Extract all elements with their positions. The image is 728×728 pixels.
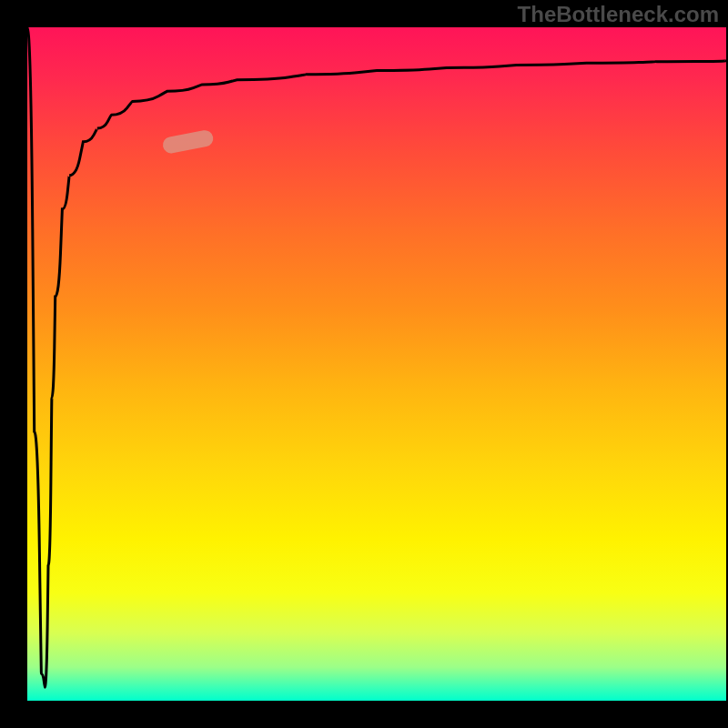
- bottleneck-curve: [27, 27, 726, 687]
- x-axis-band: [0, 701, 728, 728]
- chart-svg: [27, 27, 726, 701]
- watermark-text: TheBottleneck.com: [518, 2, 719, 27]
- curve-marker: [161, 129, 214, 155]
- chart-container: TheBottleneck.com: [0, 0, 728, 728]
- svg-rect-0: [161, 129, 214, 155]
- y-axis-band: [0, 0, 27, 728]
